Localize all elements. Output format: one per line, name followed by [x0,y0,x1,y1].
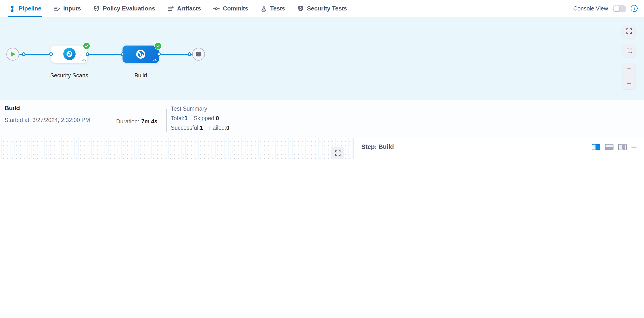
divider [166,109,167,131]
tab-label: Pipeline [19,5,42,12]
policy-shield-icon [93,5,100,12]
success-check-icon [154,42,162,49]
security-scan-stage-icon [63,48,76,60]
info-icon[interactable]: i [631,5,638,12]
edge-port [49,52,53,56]
tab-label: Policy Evaluations [103,5,155,12]
pipeline-end-node[interactable] [192,47,205,60]
pipeline-icon [9,5,16,12]
duration-label: Duration: [116,118,139,124]
inputs-icon [54,5,60,12]
code-glyph: </> [153,58,157,62]
split-horizontal-view-icon[interactable] [605,144,614,150]
toggle-knob [613,6,619,11]
step-panel-title: Step: Build [362,143,394,150]
pipeline-execution-page: Pipeline Inputs Policy Evaluations Artif… [0,0,644,159]
pipeline-start-node[interactable] [6,47,19,60]
execution-graph-canvas[interactable]: </> Initialize </> Clone codebase </> [0,138,353,159]
tab-artifacts[interactable]: Artifacts [168,5,201,12]
flask-icon [260,5,267,12]
tab-label: Inputs [63,5,81,12]
floating-view-icon[interactable] [618,144,627,150]
stage-title: Build [4,104,20,111]
tab-label: Security Tests [307,5,347,12]
duration-value: 7m 4s [141,118,157,124]
success-check-icon [83,42,90,49]
total-value: 1 [184,115,188,121]
edge-port [157,52,161,56]
edge-port [86,52,89,56]
failed-label: Failed: [209,124,226,131]
edge-port [22,52,26,56]
skipped-label: Skipped: [194,115,216,121]
stage-node-security-scans[interactable]: </> [51,45,88,63]
stage-label: Security Scans [37,72,101,78]
stage-graph-canvas[interactable]: </> Security Scans </> Build + [0,17,644,99]
stage-edge [19,53,193,55]
console-view-label: Console View [574,5,608,12]
total-label: Total: [171,115,184,121]
stop-icon [196,52,201,56]
tab-commits[interactable]: Commits [214,5,248,12]
security-scan-stage-icon [135,48,147,60]
stage-node-build[interactable]: </> [122,45,159,63]
fullscreen-button[interactable] [331,147,344,159]
failed-value: 0 [226,124,230,131]
zoom-out-button[interactable]: − [627,80,631,86]
started-at-text: Started at: 3/27/2024, 2:32:00 PM [4,117,90,123]
successful-value: 1 [200,124,203,131]
stage-summary-bar: Build Started at: 3/27/2024, 2:32:00 PM … [0,99,644,138]
lower-split-area: </> Initialize </> Clone codebase </> [0,138,644,159]
split-vertical-view-icon[interactable] [592,144,600,150]
tab-tests[interactable]: Tests [260,5,285,12]
artifacts-icon [168,5,174,12]
top-navigation: Pipeline Inputs Policy Evaluations Artif… [0,0,644,17]
zoom-in-button[interactable]: + [627,66,631,71]
skipped-value: 0 [216,115,219,121]
step-detail-panel: Step: Build Details i Input i Output [353,138,644,159]
code-glyph: </> [82,58,86,62]
tab-label: Commits [223,5,248,12]
minimize-panel-icon[interactable] [631,147,637,148]
zoom-controls: + − [622,63,635,89]
fullscreen-button[interactable] [622,25,635,37]
marquee-select-button[interactable] [622,44,635,57]
commit-icon [214,5,220,12]
successful-label: Successful: [171,124,200,131]
stage-label: Build [109,72,172,78]
play-icon [12,52,16,56]
edge-port [121,52,124,56]
tab-security-tests[interactable]: Security Tests [298,5,347,12]
security-shield-icon [298,5,304,12]
tab-policy-evaluations[interactable]: Policy Evaluations [93,5,155,12]
tab-inputs[interactable]: Inputs [54,5,81,12]
tab-label: Tests [270,5,285,12]
tab-pipeline[interactable]: Pipeline [9,5,42,12]
console-view-toggle[interactable] [612,5,626,12]
tab-label: Artifacts [177,5,201,12]
edge-port [188,52,191,56]
test-summary-title: Test Summary [171,105,229,112]
